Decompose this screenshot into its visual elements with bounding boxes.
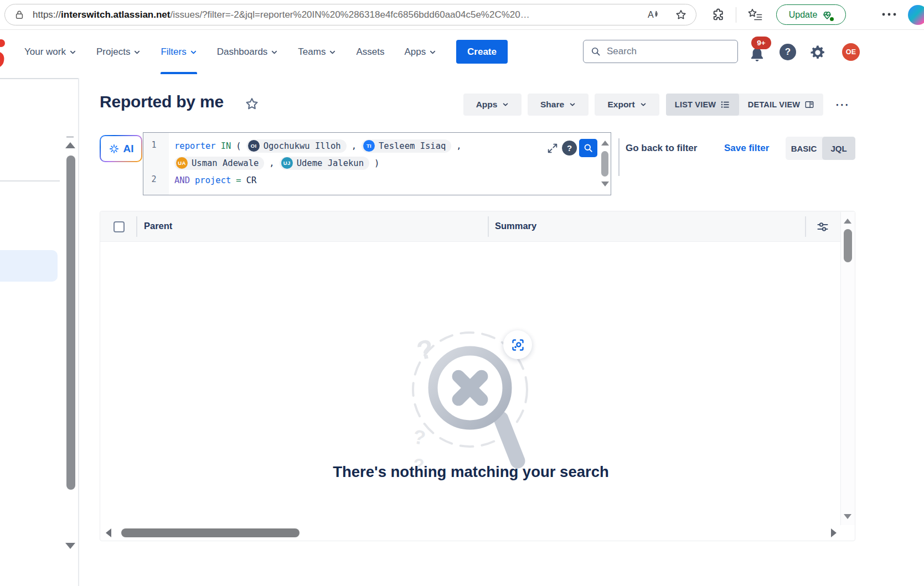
expand-icon[interactable] xyxy=(546,142,559,157)
jql-scrollbar-thumb[interactable] xyxy=(601,151,608,177)
user-chip[interactable]: UA Usman Adewale xyxy=(174,157,264,170)
create-button[interactable]: Create xyxy=(456,40,508,64)
avatar: UA xyxy=(176,157,188,169)
table-scroll-left-arrow[interactable] xyxy=(106,528,111,537)
chevron-down-icon xyxy=(502,101,509,108)
jql-scroll-down-arrow[interactable] xyxy=(601,181,609,186)
table-vertical-thumb[interactable] xyxy=(844,229,852,262)
list-view-label: LIST VIEW xyxy=(675,100,716,109)
help-icon[interactable]: ? xyxy=(780,44,796,60)
table-scroll-down-arrow[interactable] xyxy=(844,514,851,519)
table-horizontal-thumb[interactable] xyxy=(121,528,300,537)
address-bar[interactable]: https://interswitch.atlassian.net/issues… xyxy=(4,4,696,25)
detail-view-button[interactable]: DETAIL VIEW xyxy=(739,94,823,116)
favorite-star-icon[interactable] xyxy=(675,9,687,21)
jql-value-token: CR xyxy=(246,175,257,185)
settings-gear-icon[interactable] xyxy=(809,44,826,63)
save-filter-link[interactable]: Save filter xyxy=(724,143,769,154)
nav-item-assets[interactable]: Assets xyxy=(356,30,384,74)
column-settings-icon[interactable] xyxy=(816,220,829,236)
column-divider xyxy=(805,216,806,237)
nav-item-dashboards[interactable]: Dashboards xyxy=(217,30,278,74)
svg-text:?: ? xyxy=(412,425,427,449)
nav-label: Assets xyxy=(356,46,384,58)
avatar: TI xyxy=(363,140,375,152)
page-title: Reported by me xyxy=(100,92,224,111)
list-view-icon xyxy=(720,100,730,110)
jql-comma: , xyxy=(352,141,357,151)
share-label: Share xyxy=(540,100,564,110)
nav-item-teams[interactable]: Teams xyxy=(298,30,336,74)
apps-dropdown-button[interactable]: Apps xyxy=(463,94,522,116)
avatar: OI xyxy=(248,140,260,152)
notifications-bell-icon[interactable] xyxy=(749,46,766,66)
toolbar-divider xyxy=(736,7,736,23)
sidebar-selected-item[interactable] xyxy=(0,250,58,282)
avatar-initials: TI xyxy=(366,143,371,149)
chip-name: Tesleem Isiaq xyxy=(379,141,446,151)
sidebar-scroll-up-arrow[interactable] xyxy=(65,142,75,148)
page-more-button[interactable]: ⋯ xyxy=(829,94,855,116)
sidebar-top-border xyxy=(0,78,78,79)
user-chip[interactable]: UJ Udeme Jalekun xyxy=(280,157,369,170)
sidebar-scroll-down-arrow[interactable] xyxy=(65,543,75,549)
jql-mode-button[interactable]: JQL xyxy=(822,137,855,160)
export-dropdown-button[interactable]: Export xyxy=(595,94,659,116)
table-scroll-up-arrow[interactable] xyxy=(844,219,851,224)
nav-item-apps[interactable]: Apps xyxy=(404,30,436,74)
browser-more-icon[interactable] xyxy=(881,12,897,17)
view-toggle-group: LIST VIEW DETAIL VIEW xyxy=(666,94,823,116)
select-all-checkbox[interactable] xyxy=(113,221,125,232)
browser-update-button[interactable]: Update xyxy=(776,4,846,25)
lock-icon[interactable] xyxy=(14,9,25,20)
nav-label: Apps xyxy=(404,46,426,58)
favorites-hub-icon[interactable] xyxy=(747,7,763,22)
global-search[interactable] xyxy=(583,40,738,63)
copilot-icon[interactable] xyxy=(908,5,924,25)
primary-nav: Your work Projects Filters Dashboards Te… xyxy=(24,30,436,74)
help-glyph: ? xyxy=(785,46,791,58)
table-header-row: Parent Summary xyxy=(100,211,855,242)
jql-scroll-up-arrow[interactable] xyxy=(601,141,609,146)
sidebar-scrollbar-thumb[interactable] xyxy=(66,155,75,490)
active-tab-underline xyxy=(161,72,197,74)
results-table: Parent Summary ? ? ? xyxy=(100,211,855,541)
svg-text:A: A xyxy=(648,10,654,19)
browser-toolbar: https://interswitch.atlassian.net/issues… xyxy=(0,0,924,30)
empty-state-message: There's nothing matching your search xyxy=(100,463,842,481)
user-chip[interactable]: TI Tesleem Isiaq xyxy=(362,139,451,153)
search-input[interactable] xyxy=(607,46,723,57)
table-scroll-right-arrow[interactable] xyxy=(831,528,837,537)
chevron-down-icon xyxy=(640,101,647,108)
search-icon xyxy=(590,46,601,57)
jql-search-button[interactable] xyxy=(579,139,597,157)
user-avatar[interactable]: OE xyxy=(842,43,860,61)
detail-view-label: DETAIL VIEW xyxy=(748,100,800,109)
read-aloud-icon[interactable]: A xyxy=(647,9,660,21)
basic-mode-button[interactable]: BASIC xyxy=(786,137,822,160)
screen: https://interswitch.atlassian.net/issues… xyxy=(0,0,924,586)
create-label: Create xyxy=(467,46,497,58)
ai-button[interactable]: AI xyxy=(100,135,142,162)
jql-editor[interactable]: 1 2 reporter IN ( OI Ogochukwu Illoh , T… xyxy=(143,132,611,195)
jql-code: reporter IN ( OI Ogochukwu Illoh , TI Te… xyxy=(174,137,462,189)
apps-label: Apps xyxy=(476,100,498,110)
jql-help-icon[interactable]: ? xyxy=(562,141,577,155)
url-domain: interswitch.atlassian.net xyxy=(61,9,170,20)
visual-search-badge[interactable] xyxy=(503,330,532,359)
nav-item-projects[interactable]: Projects xyxy=(96,30,141,74)
share-dropdown-button[interactable]: Share xyxy=(528,94,589,116)
star-favorite-icon[interactable] xyxy=(244,96,260,114)
column-divider xyxy=(136,216,137,237)
avatar: UJ xyxy=(281,157,293,169)
jql-keyword-token: AND xyxy=(174,175,190,185)
nav-item-filters[interactable]: Filters xyxy=(161,30,197,74)
user-chip[interactable]: OI Ogochukwu Illoh xyxy=(246,139,347,153)
column-header-parent: Parent xyxy=(144,221,172,231)
go-back-to-filter-link[interactable]: Go back to filter xyxy=(626,143,697,154)
nav-item-your-work[interactable]: Your work xyxy=(24,30,76,74)
help-glyph: ? xyxy=(567,143,572,153)
url-text[interactable]: https://interswitch.atlassian.net/issues… xyxy=(33,9,647,20)
list-view-button[interactable]: LIST VIEW xyxy=(666,94,739,116)
extensions-icon[interactable] xyxy=(711,8,725,22)
